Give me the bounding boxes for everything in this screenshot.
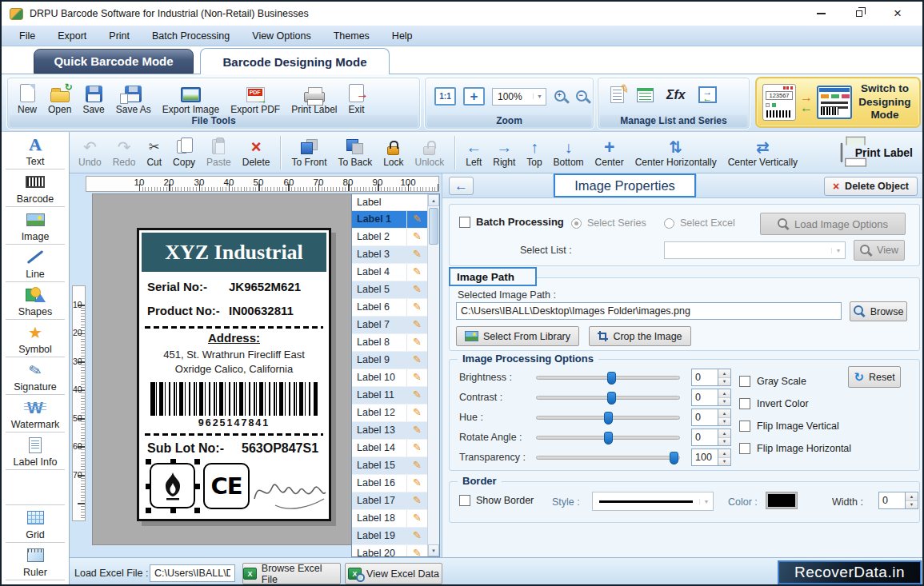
export-pdf-button[interactable]: PDFExport PDF — [225, 80, 286, 116]
label-row-14[interactable]: Label 14✎ — [352, 440, 427, 457]
label-row-1[interactable]: Label 1✎ — [352, 211, 427, 229]
edit-pencil-icon[interactable]: ✎ — [406, 229, 427, 245]
product-number-field[interactable]: Product No:-IN00632811 — [147, 304, 322, 317]
to-back-button[interactable]: To Back — [332, 137, 378, 168]
sidebar-item-grid[interactable]: Grid — [2, 505, 69, 543]
close-button[interactable]: × — [892, 8, 903, 19]
lock-button[interactable]: Lock — [378, 137, 409, 168]
radio-icon[interactable] — [664, 218, 674, 229]
align-bottom-button[interactable]: ↓Bottom — [548, 137, 590, 168]
copy-button[interactable]: Copy — [167, 137, 201, 168]
restore-button[interactable] — [854, 8, 865, 19]
show-border-checkbox[interactable]: Show Border — [459, 495, 534, 506]
checkbox-icon[interactable] — [739, 376, 750, 387]
tab-barcode-designing-mode[interactable]: Barcode Designing Mode — [200, 48, 390, 74]
scroll-thumb[interactable] — [429, 208, 438, 245]
zoom-1to1-button[interactable]: 1:1 — [434, 87, 456, 106]
edit-pencil-icon[interactable]: ✎ — [406, 387, 427, 404]
edit-pencil-icon[interactable]: ✎ — [406, 492, 427, 509]
contrast-spinner[interactable]: 0▲▼ — [691, 389, 731, 406]
edit-pencil-icon[interactable]: ✎ — [406, 405, 427, 421]
hue-spinner[interactable]: 0▲▼ — [691, 409, 731, 426]
label-row-11[interactable]: Label 11✎ — [352, 387, 427, 405]
switch-to-designing-mode-button[interactable]: 123567 →← Switch toDesigningMode — [755, 77, 921, 128]
sidebar-item-image[interactable]: Image — [2, 207, 69, 245]
back-button[interactable]: ← — [449, 177, 474, 195]
label-row-18[interactable]: Label 18✎ — [352, 510, 427, 528]
scroll-up-icon[interactable]: ▲ — [428, 194, 439, 206]
flip-vertical-checkbox[interactable]: Flip Image Vertical — [739, 421, 839, 432]
sidebar-item-barcode[interactable]: Barcode — [2, 169, 69, 207]
view-excel-data-button[interactable]: View Excel Data — [345, 563, 442, 584]
paste-button[interactable]: Paste — [201, 137, 237, 168]
selection-handle[interactable] — [146, 508, 151, 513]
checkbox-icon[interactable] — [459, 217, 470, 228]
browse-excel-file-button[interactable]: Browse Excel File — [242, 563, 341, 584]
sidebar-item-signature[interactable]: ✎Signature — [2, 357, 69, 395]
excel-file-input[interactable] — [150, 564, 235, 582]
label-design-surface[interactable]: XYZ Industrial Serial No:-JK9652M621 Pro… — [137, 228, 331, 521]
label-row-20[interactable]: Label 20✎ — [352, 545, 427, 556]
edit-pencil-icon[interactable]: ✎ — [406, 211, 427, 228]
delete-button[interactable]: ×Delete — [237, 137, 276, 168]
zoom-fit-button[interactable]: + — [463, 87, 485, 106]
open-button[interactable]: Open — [42, 80, 77, 116]
exit-button[interactable]: Exit — [343, 80, 370, 116]
selection-handle[interactable] — [146, 484, 151, 489]
label-row-12[interactable]: Label 12✎ — [352, 405, 427, 422]
reset-button[interactable]: ↻Reset — [848, 366, 901, 388]
label-row-5[interactable]: Label 5✎ — [352, 281, 427, 299]
series-function-icon[interactable]: Σfx — [666, 88, 686, 102]
sidebar-item-symbol[interactable]: ★Symbol — [2, 320, 69, 357]
barcode-object[interactable] — [150, 382, 318, 416]
zoom-out-button[interactable]: − — [575, 90, 590, 104]
print-label-button[interactable]: Print Label — [286, 80, 342, 116]
checkbox-icon[interactable] — [459, 495, 470, 506]
checkbox-icon[interactable] — [739, 443, 750, 454]
edit-pencil-icon[interactable]: ✎ — [406, 281, 427, 298]
invert-color-checkbox[interactable]: Invert Color — [739, 398, 809, 409]
address-line-1[interactable]: 451, St. Wrathrun Firecliff East — [139, 349, 329, 361]
menu-batch-processing[interactable]: Batch Processing — [141, 27, 241, 45]
border-width-spinner[interactable]: 0▲▼ — [878, 492, 918, 509]
to-front-button[interactable]: To Front — [286, 137, 332, 168]
label-row-13[interactable]: Label 13✎ — [352, 422, 427, 440]
load-image-options-button[interactable]: Load Image Options — [760, 213, 906, 235]
serial-number-field[interactable]: Serial No:-JK9652M621 — [147, 280, 322, 293]
slider-thumb[interactable] — [604, 412, 613, 425]
selection-handle[interactable] — [170, 459, 176, 464]
transparency-spinner[interactable]: 100▲▼ — [691, 448, 731, 466]
new-button[interactable]: New — [12, 80, 42, 116]
swap-arrows-icon[interactable]: →← — [698, 86, 717, 103]
crop-image-button[interactable]: Crop the Image — [589, 326, 691, 346]
contrast-slider[interactable] — [536, 396, 680, 400]
image-path-input[interactable] — [456, 302, 842, 320]
center-horizontally-button[interactable]: ⇅Center Horizontally — [630, 137, 722, 168]
border-style-dropdown[interactable]: ▼ — [592, 492, 714, 511]
scroll-down-icon[interactable]: ▼ — [428, 544, 439, 556]
label-row-10[interactable]: Label 10✎ — [352, 369, 427, 387]
edit-pencil-icon[interactable]: ✎ — [406, 510, 427, 527]
center-vertically-button[interactable]: ⇄Center Vertically — [722, 137, 803, 168]
edit-pencil-icon[interactable]: ✎ — [406, 475, 427, 492]
label-row-2[interactable]: Label 2✎ — [352, 229, 427, 246]
delete-object-button[interactable]: ×Delete Object — [824, 177, 918, 196]
menu-help[interactable]: Help — [381, 27, 424, 45]
menu-file[interactable]: File — [8, 27, 46, 45]
align-right-button[interactable]: →Right — [487, 137, 521, 168]
label-row-19[interactable]: Label 19✎ — [352, 528, 427, 545]
checkbox-icon[interactable] — [739, 421, 750, 432]
selection-handle[interactable] — [146, 459, 151, 464]
zoom-in-button[interactable]: + — [554, 90, 568, 104]
ce-mark-object[interactable]: CE — [203, 463, 250, 509]
align-center-button[interactable]: +Center — [590, 137, 630, 168]
rotate-angle-spinner[interactable]: 0▲▼ — [691, 429, 731, 446]
slider-thumb[interactable] — [670, 452, 678, 464]
edit-pencil-icon[interactable]: ✎ — [406, 440, 427, 456]
select-from-library-button[interactable]: Select From Library — [456, 326, 579, 346]
align-left-button[interactable]: ←Left — [460, 137, 487, 168]
sidebar-item-text[interactable]: AText — [2, 132, 69, 169]
radio-icon[interactable] — [571, 218, 582, 229]
label-row-6[interactable]: Label 6✎ — [352, 299, 427, 317]
edit-pencil-icon[interactable]: ✎ — [406, 264, 427, 281]
